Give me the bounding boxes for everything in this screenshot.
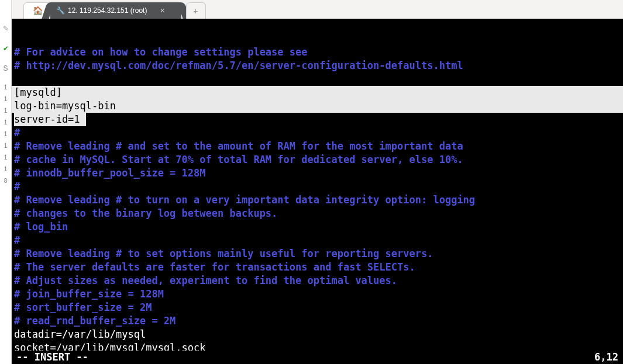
editor-line: # sort_buffer_size = 2M bbox=[12, 301, 623, 314]
editor-line: # bbox=[12, 234, 623, 247]
editor-line: # innodb_buffer_pool_size = 128M bbox=[12, 167, 623, 180]
pencil-icon: ✎ bbox=[2, 25, 10, 33]
gutter-num: 1 bbox=[4, 108, 8, 114]
editor-line: datadir=/var/lib/mysql bbox=[12, 328, 623, 341]
gutter-num: 1 bbox=[4, 96, 8, 102]
editor-line: # For advice on how to change settings p… bbox=[12, 46, 623, 59]
editor-line: # bbox=[12, 180, 623, 193]
new-tab-button[interactable] bbox=[186, 2, 206, 19]
gutter-num: 1 bbox=[4, 154, 8, 161]
editor-line: log-bin=mysql-bin bbox=[12, 99, 623, 113]
check-icon: ✔ bbox=[2, 44, 10, 53]
cursor-position: 6,12 bbox=[594, 351, 618, 364]
gutter-num: 1 bbox=[4, 119, 8, 126]
editor-line: # log_bin bbox=[12, 220, 623, 234]
editor-line: [mysqld] bbox=[12, 86, 623, 99]
editor-line: # join_buffer_size = 128M bbox=[12, 287, 623, 301]
editor-line: # read_rnd_buffer_size = 2M bbox=[12, 314, 623, 328]
editor-line: # Remove leading # to turn on a very imp… bbox=[12, 193, 623, 207]
wrench-icon bbox=[56, 6, 64, 15]
close-icon[interactable]: × bbox=[160, 6, 164, 15]
gutter-num: 1 bbox=[4, 143, 8, 149]
gutter-strip: ✎ ✔ S 111111118 bbox=[0, 0, 12, 364]
vim-status-line: -- INSERT -- 6,12 bbox=[12, 351, 623, 364]
tab-title: 12. 119.254.32.151 (root) bbox=[68, 6, 147, 15]
tab-bar: 12. 119.254.32.151 (root) × bbox=[12, 0, 623, 19]
gutter-num: 8 bbox=[4, 178, 8, 184]
editor-line: # The server defaults are faster for tra… bbox=[12, 261, 623, 274]
editor-line: server-id=1 bbox=[12, 113, 623, 126]
gutter-letter: S bbox=[2, 64, 10, 72]
vim-mode: -- INSERT -- bbox=[16, 351, 88, 364]
home-icon bbox=[33, 6, 42, 16]
editor-line: # Adjust sizes as needed, experiment to … bbox=[12, 274, 623, 287]
editor-line: # http://dev.mysql.com/doc/refman/5.7/en… bbox=[12, 59, 623, 72]
editor-line: # changes to the binary log between back… bbox=[12, 207, 623, 220]
editor-line: # Remove leading # and set to the amount… bbox=[12, 140, 623, 153]
active-tab[interactable]: 12. 119.254.32.151 (root) × bbox=[50, 2, 181, 19]
plus-icon bbox=[194, 6, 198, 16]
gutter-num: 1 bbox=[4, 131, 8, 137]
gutter-num: 1 bbox=[4, 84, 8, 91]
editor-line: # bbox=[12, 126, 623, 140]
editor-line: # Remove leading # to set options mainly… bbox=[12, 247, 623, 261]
gutter-numbers: 111111118 bbox=[4, 84, 8, 184]
editor-line: # cache in MySQL. Start at 70% of total … bbox=[12, 153, 623, 167]
editor-line bbox=[12, 72, 623, 86]
terminal-editor[interactable]: # For advice on how to change settings p… bbox=[12, 19, 623, 364]
gutter-num: 1 bbox=[4, 166, 8, 172]
